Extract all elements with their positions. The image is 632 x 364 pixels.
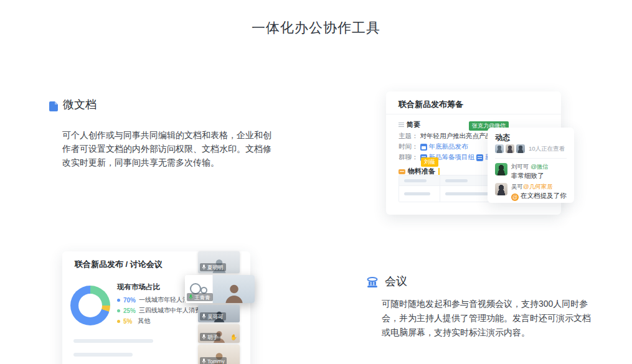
topic-row: 主题：对年轻用户推出亮点产品 (399, 132, 496, 141)
participant-name-label: Tommy (200, 357, 227, 364)
meeting-icon (366, 277, 379, 290)
document-icon (49, 101, 58, 114)
mic-icon (202, 264, 206, 270)
video-tile[interactable]: Tommy (198, 345, 240, 364)
placeholder-bar (404, 179, 427, 182)
materials-icon (399, 169, 405, 174)
legend-item: 5% 其他 (117, 317, 150, 325)
feature-meeting-title: 会议 (385, 274, 407, 289)
participant-name-label: 吴可可 (200, 312, 226, 320)
mic-icon (202, 334, 206, 340)
activity-panel: 动态 10人正在查看 刘可可 @微信 非常细致了 吴可@几何家居 (488, 128, 574, 203)
comment-item: 刘可可 @微信 非常细致了 (495, 163, 549, 180)
placeholder-bar (404, 192, 430, 195)
viewer-avatar (495, 144, 504, 153)
viewer-avatar (516, 144, 525, 153)
divider (386, 114, 561, 114)
feature-meeting-description: 可随时随地发起和参与音视频会议，支持300人同时参会，并为主持人提供了管理功能。… (382, 297, 593, 340)
group-chat-icon (476, 154, 483, 161)
collaborator-cursor-tag-yellow: 刘薇 (421, 157, 438, 167)
page-title: 一体化办公协作工具 (0, 19, 632, 37)
video-tile[interactable]: 胡子 ✋ (198, 324, 240, 343)
divider (495, 158, 567, 159)
landing-page: 一体化办公协作工具 微文档 可个人创作或与同事共同编辑的文档和表格，企业和创作者… (0, 0, 632, 364)
meeting-card-title: 联合新品发布 / 讨论会议 (75, 259, 163, 270)
placeholder-bar (73, 339, 153, 343)
commenter-avatar (495, 163, 507, 175)
placeholder-bar (445, 179, 468, 182)
comment-text: 非常细致了 (511, 172, 549, 180)
summary-heading: 简要 (399, 120, 420, 129)
doc-card-title: 联合新品发布筹备 (399, 99, 463, 110)
comment-item: 吴可@几何家居 @在文档提及了你 (495, 183, 567, 201)
time-row: 时间： 年底新品发布 (399, 142, 468, 151)
mic-icon (202, 358, 206, 364)
mention-at-icon: @ (511, 194, 519, 201)
commenter-name: 吴可@几何家居 (511, 183, 567, 190)
chart-legend-title: 现有市场占比 (117, 282, 160, 292)
video-tile[interactable]: 吴可可 (198, 305, 240, 322)
mention-text: @在文档提及了你 (511, 192, 567, 201)
legend-dot (117, 299, 120, 302)
participant-name-label: 夏明明 (200, 263, 226, 271)
viewer-avatar (506, 144, 514, 153)
org-suffix: @几何家居 (523, 183, 553, 190)
placeholder-bar (73, 353, 133, 357)
org-suffix: @微信 (531, 163, 549, 170)
mic-active-icon (189, 294, 193, 300)
feature-doc-description: 可个人创作或与同事共同编辑的文档和表格，企业和创作者可设置文档的内外部访问权限、… (62, 128, 279, 169)
mic-icon (202, 314, 206, 319)
schedule-link[interactable]: 年底新品发布 (429, 142, 468, 151)
activity-title: 动态 (495, 133, 510, 143)
participant-video (213, 275, 255, 303)
legend-item: 70% 一线城市年轻人消费 (117, 296, 195, 304)
video-tile-active-speaker[interactable]: 王青青 (185, 275, 255, 303)
participant-name-label: 胡子 (200, 333, 220, 341)
text-cursor-yellow (438, 168, 440, 175)
viewers-count: 10人正在查看 (529, 145, 565, 153)
legend-item: 25% 三四线城市中年人消费 (117, 306, 201, 315)
video-tile[interactable]: 夏明明 (198, 251, 240, 273)
participant-name-label: 王青青 (187, 293, 213, 301)
calendar-icon (420, 144, 427, 151)
feature-doc-title: 微文档 (63, 97, 97, 112)
commenter-name: 刘可可 @微信 (511, 163, 549, 170)
viewers-row: 10人正在查看 (495, 144, 565, 153)
legend-dot (117, 320, 120, 323)
commenter-avatar (495, 183, 507, 195)
donut-chart (70, 286, 110, 325)
legend-dot (117, 309, 120, 312)
raised-hand-icon: ✋ (230, 334, 237, 340)
summary-icon (399, 123, 404, 128)
